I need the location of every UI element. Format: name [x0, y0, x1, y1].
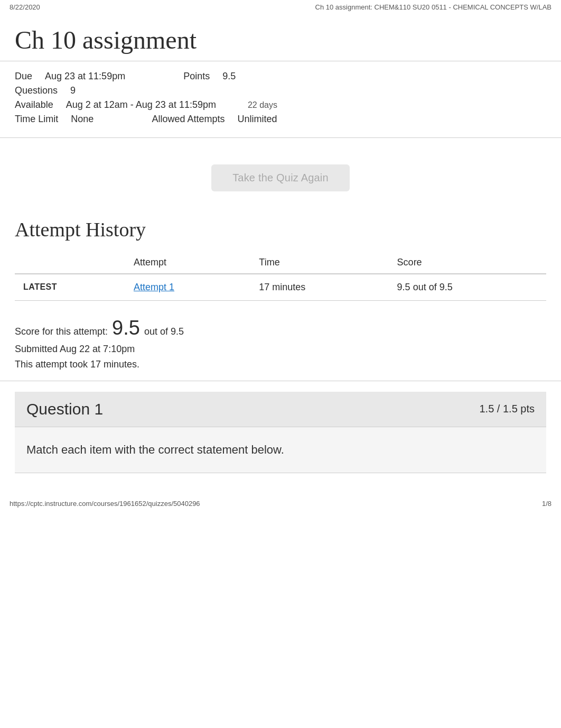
days-badge: 22 days: [248, 100, 277, 110]
score-out-of: out of 9.5: [144, 326, 184, 337]
question-1-block: Question 1 1.5 / 1.5 pts Match each item…: [15, 392, 546, 473]
table-row: LATEST Attempt 1 17 minutes 9.5 out of 9…: [15, 274, 546, 301]
question-header: Question 1 1.5 / 1.5 pts: [15, 392, 546, 427]
points-value: 9.5: [222, 71, 257, 82]
footer-page: 1/8: [542, 500, 551, 508]
due-row: Due Aug 23 at 11:59pm Points 9.5: [15, 71, 546, 82]
col-attempt: Attempt: [125, 252, 250, 274]
due-label: Due: [15, 71, 40, 82]
duration-line: This attempt took 17 minutes.: [15, 359, 546, 370]
page-title-area: Ch 10 assignment: [0, 14, 561, 61]
attempt-link[interactable]: Attempt 1: [134, 282, 174, 292]
date-label: 8/22/2020: [10, 3, 40, 11]
attempt-table-head: Attempt Time Score: [15, 252, 546, 274]
questions-row: Questions 9: [15, 85, 546, 96]
questions-value: 9: [70, 85, 97, 96]
take-quiz-button[interactable]: Take the Quiz Again: [211, 164, 350, 191]
submitted-line: Submitted Aug 22 at 7:10pm: [15, 344, 546, 355]
time-cell: 17 minutes: [250, 274, 388, 301]
breadcrumb: Ch 10 assignment: CHEM&110 SU20 0511 - C…: [315, 3, 551, 11]
score-for-label: Score for this attempt:: [15, 326, 108, 337]
attempt-table-body: LATEST Attempt 1 17 minutes 9.5 out of 9…: [15, 274, 546, 301]
question-1-text: Match each item with the correct stateme…: [26, 443, 284, 456]
top-bar: 8/22/2020 Ch 10 assignment: CHEM&110 SU2…: [0, 0, 561, 14]
allowed-attempts-value: Unlimited: [237, 114, 298, 125]
col-score: Score: [389, 252, 546, 274]
available-value: Aug 2 at 12am - Aug 23 at 11:59pm: [66, 99, 237, 110]
time-limit-label: Time Limit: [15, 114, 66, 125]
attempt-table: Attempt Time Score LATEST Attempt 1 17 m…: [15, 252, 546, 301]
question-1-pts: 1.5 / 1.5 pts: [479, 403, 535, 415]
question-1-body: Match each item with the correct stateme…: [15, 427, 546, 473]
available-row: Available Aug 2 at 12am - Aug 23 at 11:5…: [15, 99, 546, 110]
score-line: Score for this attempt: 9.5 out of 9.5: [15, 317, 546, 339]
due-value: Aug 23 at 11:59pm: [45, 71, 146, 82]
info-box: Due Aug 23 at 11:59pm Points 9.5 Questio…: [0, 61, 561, 138]
col-empty: [15, 252, 125, 274]
time-limit-row: Time Limit None Allowed Attempts Unlimit…: [15, 114, 546, 125]
attempt-link-cell: Attempt 1: [125, 274, 250, 301]
attempt-history-section: Attempt History Attempt Time Score LATES…: [0, 213, 561, 301]
questions-label: Questions: [15, 85, 65, 96]
points-label: Points: [183, 71, 217, 82]
score-big: 9.5: [112, 317, 140, 339]
available-label: Available: [15, 99, 61, 110]
col-time: Time: [250, 252, 388, 274]
quiz-button-area: Take the Quiz Again: [0, 149, 561, 213]
footer-bar: https://cptc.instructure.com/courses/196…: [0, 494, 561, 513]
score-section: Score for this attempt: 9.5 out of 9.5 S…: [0, 301, 561, 381]
footer-url: https://cptc.instructure.com/courses/196…: [10, 500, 200, 508]
attempt-history-title: Attempt History: [15, 218, 546, 241]
question-1-title: Question 1: [26, 400, 103, 418]
page-title: Ch 10 assignment: [15, 25, 546, 56]
allowed-attempts-label: Allowed Attempts: [152, 114, 232, 125]
time-limit-value: None: [71, 114, 115, 125]
score-cell: 9.5 out of 9.5: [389, 274, 546, 301]
latest-label: LATEST: [15, 274, 125, 301]
